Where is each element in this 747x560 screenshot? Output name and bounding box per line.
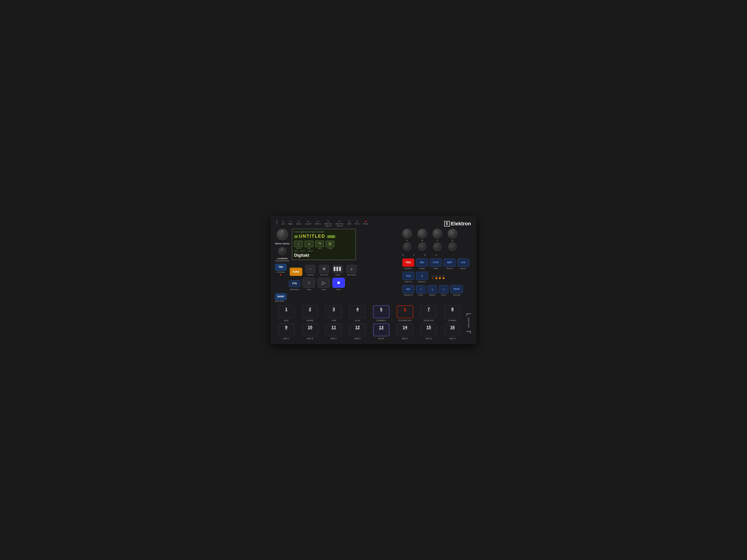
trig-button-group: TRIG Quantize [402,259,414,269]
right-knobs-bottom-labels: E F G H [402,254,472,256]
step-7-button[interactable]: 7 [420,305,437,318]
tempo-44-dot [443,277,444,279]
level-data-knob[interactable] [278,247,286,255]
imp-exp-label: Imp/Exp [307,274,313,276]
no-sublabel: Reload Ptn [404,294,413,296]
step-5-button[interactable]: 5 [373,305,389,318]
tap-tempo-button-group: ♪ Tap Tempo [346,265,357,276]
step-16-midi-h: 16 MIDI H [441,323,464,340]
quick-mute-area: ⌐ Quick Mute ⌐ [465,305,472,340]
port-midi-thru: MIDI ThruSync B [336,220,343,227]
step-15-label: MIDI G [426,338,432,340]
step-15-button[interactable]: 15 [420,323,437,336]
display-sub-lev: LEV [294,250,298,252]
knob-a-bottom[interactable] [403,242,411,251]
page-button[interactable]: PAGE [450,285,463,293]
step-3-label: TOM [331,319,336,322]
step-11-button[interactable]: 11 [326,323,342,336]
step-16-num: 16 [450,325,455,330]
step-6-button[interactable]: 6 [397,305,413,318]
trk-button[interactable]: TRK [275,264,286,271]
step-5-label: COWBELL [376,319,386,322]
master-volume-knob[interactable] [277,229,288,240]
trig-button[interactable]: TRIG [402,259,414,267]
imp-exp-button[interactable]: ⋯ [305,265,315,273]
rtrg-up-group: ∧ Rtrg/Oct+ [416,272,428,283]
knob-c-top[interactable] [433,229,442,238]
tempo-led-14: 1:4 [432,275,434,279]
copy-button[interactable]: ○ [303,278,315,288]
lfo-sublabel: Master [461,267,466,269]
knob-g-label: G [424,254,426,256]
step-9-label: MIDI A [283,338,289,340]
bank-button[interactable]: BANK [275,293,286,300]
paste-button[interactable]: ■ [332,278,345,288]
no-button-group: NO Reload Ptn [402,285,414,296]
clear-button[interactable]: ▷ [317,278,330,288]
port-dc: DC In [355,220,359,227]
fltr-button[interactable]: FLTR [430,259,442,267]
clear-label: Clear [321,289,326,291]
step-6-closed-hat: 6 CLOSED HAT [394,305,416,322]
step-8-button[interactable]: 8 [444,305,461,318]
yes-button[interactable]: YES [402,272,414,280]
ptn-button[interactable]: PTN [289,280,300,287]
knob-c-bottom[interactable] [433,242,441,251]
display-bpm: 01290 [327,235,335,238]
display-param-len: ↷ LEN [315,241,324,249]
no-button[interactable]: NO [402,285,414,293]
step-12-button[interactable]: 12 [349,323,366,336]
yes-button-group: YES Save Ptn [402,272,414,283]
save-proj-button[interactable]: ⚙ [319,265,329,273]
step-5-cowbell: 5 COWBELL [370,305,392,322]
tempo-44-label: 4:4 [442,275,445,277]
direct-button[interactable]: ▋▋▋ [333,265,343,273]
knob-b-top[interactable] [417,229,427,238]
display-param-len-label: LEN [315,247,324,249]
port-dot-midi-in [317,220,319,222]
display-param-note-label: NOTE [294,247,303,249]
knob-col-a: A [402,229,412,251]
no-nav-row: NO Reload Ptn < μTime- ∨ Rtrg/Oct- > μTi… [402,285,472,296]
step-3-button[interactable]: 3 [326,305,342,318]
port-dot-input-l [298,220,300,222]
down-nav-button[interactable]: ∨ [428,285,437,293]
step-2-button[interactable]: 2 [302,305,318,318]
knob-d-bottom[interactable] [448,242,457,251]
knob-a-top[interactable] [402,229,412,238]
step-1-button[interactable]: 1 [278,305,294,318]
knob-b-bottom[interactable] [418,242,427,251]
display-param-vel-box: ▲ [305,241,313,247]
fltr-button-group: FLTR Delay [430,259,442,269]
src-button[interactable]: SRC [416,259,428,267]
step-9-button[interactable]: 9 [278,323,294,336]
knob-d-top[interactable] [448,229,457,238]
step-13-midi-e: 13 MIDI E [370,323,392,340]
step-14-button[interactable]: 14 [397,323,413,336]
bank-label: Mute Mode [275,300,284,302]
main-body: Master Volume Level/Data Sound Browser 8… [275,229,472,302]
display-param-vel-label: VEL [305,247,313,249]
right-column: A B C D [402,229,472,302]
right-nav-button[interactable]: > [439,285,448,293]
level-data-label: Level/Data Sound Browser [275,257,289,262]
knob-col-d: D [448,229,457,251]
left-nav-button[interactable]: < [416,285,426,293]
rtrg-up-button[interactable]: ∧ [416,272,428,280]
display-area: Master Volume Level/Data Sound Browser 8… [275,229,399,262]
func-button[interactable]: FUNC [290,268,302,276]
step-4-button[interactable]: 4 [349,305,366,318]
right-knobs-top-row: A B C D [402,229,472,251]
amp-button-group: AMP Reverb [443,259,456,269]
step-10-button[interactable]: 10 [302,323,318,336]
lfo-button[interactable]: LFO [457,259,469,267]
display-params-row: ♩ NOTE ▲ VEL ↷ [294,241,354,249]
step-16-button[interactable]: 16 [444,323,461,336]
step-4-clap: 4 CLAP [346,305,369,322]
tap-tempo-button[interactable]: ♪ [346,265,357,273]
fltr-sublabel: Delay [434,267,438,269]
step-13-button[interactable]: 13 [373,323,389,336]
step-8-cymbal: 8 CYMBAL [441,305,464,322]
amp-button[interactable]: AMP [443,259,456,267]
paste-label: Paste [336,289,341,291]
